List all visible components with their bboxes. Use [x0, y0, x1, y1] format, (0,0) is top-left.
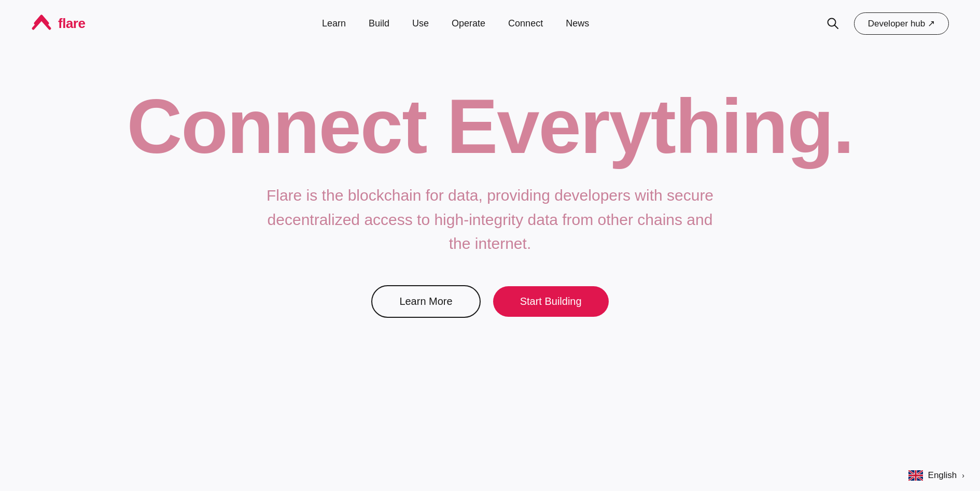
language-label: English	[928, 470, 957, 481]
language-selector[interactable]: English ›	[893, 460, 980, 491]
hero-buttons: Learn More Start Building	[371, 285, 608, 318]
logo[interactable]: flare	[31, 14, 85, 33]
nav-link-use[interactable]: Use	[412, 18, 429, 29]
nav-link-learn[interactable]: Learn	[322, 18, 346, 29]
logo-text: flare	[58, 16, 85, 32]
nav-link-connect[interactable]: Connect	[508, 18, 543, 29]
start-building-button[interactable]: Start Building	[493, 286, 609, 317]
learn-more-button[interactable]: Learn More	[371, 285, 480, 318]
nav-link-operate[interactable]: Operate	[452, 18, 485, 29]
developer-hub-button[interactable]: Developer hub ↗	[854, 12, 949, 35]
flag-icon	[908, 470, 923, 481]
svg-line-1	[834, 25, 838, 29]
search-icon	[826, 17, 839, 30]
logo-icon	[31, 14, 53, 33]
hero-subtitle: Flare is the blockchain for data, provid…	[257, 184, 723, 256]
search-button[interactable]	[826, 17, 839, 30]
nav-link-news[interactable]: News	[566, 18, 589, 29]
nav-link-build[interactable]: Build	[369, 18, 389, 29]
nav-links: Learn Build Use Operate Connect News	[322, 18, 589, 29]
navbar: flare Learn Build Use Operate Connect Ne…	[0, 0, 980, 47]
chevron-right-icon: ›	[962, 471, 964, 480]
hero-title: Connect Everything.	[127, 88, 853, 165]
nav-right: Developer hub ↗	[826, 12, 949, 35]
hero-section: Connect Everything. Flare is the blockch…	[0, 47, 980, 349]
